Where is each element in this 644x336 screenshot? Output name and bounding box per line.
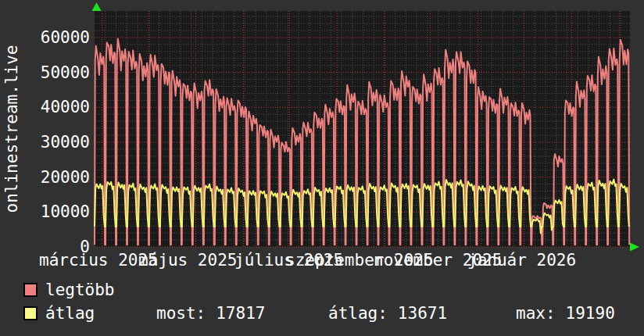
- stat-max-value: 19190: [556, 304, 615, 323]
- y-tick-label: 40000: [0, 98, 90, 116]
- stat-avg-label: átlag:: [328, 304, 388, 323]
- stat-most: most:17817: [156, 304, 265, 323]
- legend-swatch-legtobb: [23, 283, 38, 297]
- x-axis-arrow-icon: [630, 243, 639, 252]
- rrd-graph: { "chart_data": { "type": "line", "title…: [0, 0, 644, 336]
- y-tick-label: 20000: [0, 168, 90, 187]
- y-tick-label: 30000: [0, 133, 90, 152]
- legend-label-legtobb: legtöbb: [45, 281, 115, 299]
- y-tick-label: 60000: [0, 28, 90, 47]
- y-tick-label: 50000: [0, 63, 90, 82]
- stat-most-value: 17817: [206, 304, 265, 323]
- x-tick-label: május 2025: [138, 251, 237, 270]
- stat-max-label: max:: [516, 304, 556, 323]
- x-tick-label: január 2026: [467, 251, 576, 270]
- y-axis-arrow-icon: [92, 2, 102, 11]
- stat-avg: átlag:13671: [328, 304, 447, 323]
- legend-swatch-atlag: [23, 306, 38, 320]
- stat-most-label: most:: [156, 304, 206, 323]
- plot-background: [95, 11, 630, 247]
- stat-avg-value: 13671: [388, 304, 447, 323]
- y-tick-label: 10000: [0, 202, 90, 221]
- legend-label-atlag: átlag: [45, 304, 95, 323]
- stat-max: max:19190: [516, 304, 615, 323]
